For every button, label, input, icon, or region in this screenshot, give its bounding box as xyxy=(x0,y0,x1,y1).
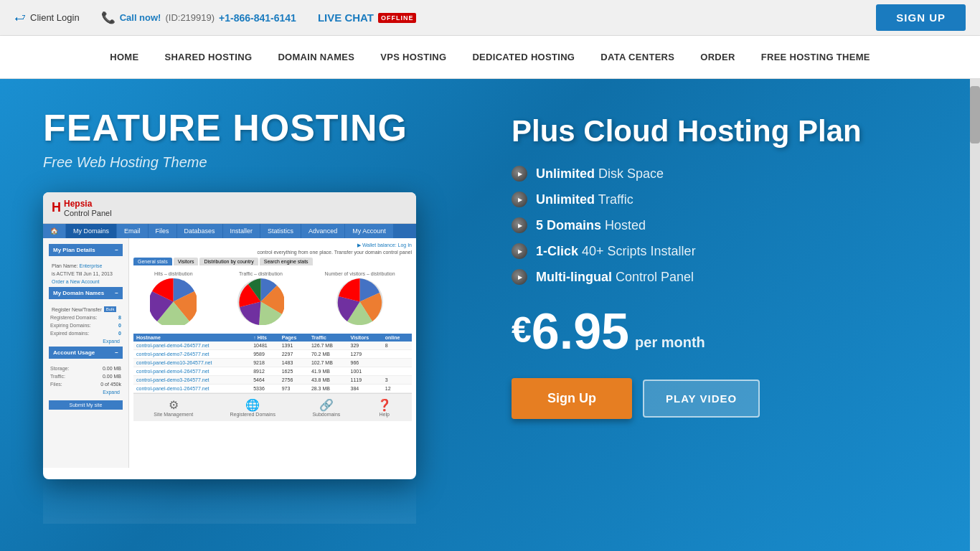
panel-domains-content: Register New/Transfer Bulk Registered Do… xyxy=(49,303,123,347)
traffic-value: 0.00 MB xyxy=(103,374,121,379)
chart-hits: Hits – distribution xyxy=(150,271,197,328)
storage-row: Storage: 0.00 MB xyxy=(50,364,121,372)
plan-active: is ACTIVE Till Jun 11, 2013 xyxy=(50,270,121,278)
nav-shared-hosting[interactable]: SHARED HOSTING xyxy=(151,36,265,78)
manage-domain-link: control everything from one place. Trans… xyxy=(133,250,412,255)
col-visitors: Visitors xyxy=(348,334,382,342)
tab-visitors[interactable]: Visitors xyxy=(174,258,199,265)
footer-site-management[interactable]: ⚙ Site Management xyxy=(154,398,193,417)
scrollbar-thumb[interactable] xyxy=(970,86,980,143)
hostname-link[interactable]: control-panel-demo4-264577.net xyxy=(136,343,209,348)
scrollbar[interactable] xyxy=(970,79,980,551)
col-online: online xyxy=(382,334,412,342)
chart-hits-label: Hits – distribution xyxy=(150,271,197,276)
panel-header: H Hepsia Control Panel xyxy=(43,192,416,224)
storage-label: Storage: xyxy=(50,366,69,371)
feature-bold-5: Multi-lingual xyxy=(536,270,612,284)
traffic-row: Traffic: 0.00 MB xyxy=(50,372,121,380)
expand-usage[interactable]: Expand xyxy=(50,388,121,396)
panel-nav-email[interactable]: Email xyxy=(117,224,148,238)
hostname-link[interactable]: control-panel-demo10-264577.net xyxy=(136,360,212,365)
tab-distribution[interactable]: Distribution by country xyxy=(199,258,258,265)
panel-usage-content: Storage: 0.00 MB Traffic: 0.00 MB Files:… xyxy=(49,363,123,397)
panel-usage-section: Account Usage − xyxy=(49,347,123,359)
control-panel-preview: H Hepsia Control Panel 🏠 My Domains Emai… xyxy=(43,192,416,524)
footer-help[interactable]: ❓ Help xyxy=(377,398,392,417)
feature-multilingual: Multi-lingual Control Panel xyxy=(512,269,937,285)
footer-subdomains-label: Subdomains xyxy=(312,412,340,417)
price-amount: 6.95 xyxy=(532,306,629,357)
hostname-link[interactable]: control-panel-demo4-264577.net xyxy=(136,369,209,374)
nav-home[interactable]: HOME xyxy=(97,36,151,78)
call-id: (ID:219919) xyxy=(165,12,215,23)
plan-name: Enterprise xyxy=(80,263,103,268)
feature-bold-2: Unlimited xyxy=(536,192,595,207)
panel-nav-files[interactable]: Files xyxy=(149,224,176,238)
table-row: control-panel-demo4-264577.net1048113911… xyxy=(133,342,412,350)
hostname-link[interactable]: control-panel-demo3-264577.net xyxy=(136,377,209,382)
footer-registered-domains-label: Registered Domains xyxy=(230,412,275,417)
footer-registered-domains[interactable]: 🌐 Registered Domains xyxy=(230,398,275,417)
table-row: control-panel-demo4-264577.net8912162541… xyxy=(133,367,412,376)
panel-sidebar: My Plan Details − Plan Name: Enterprise … xyxy=(43,238,129,468)
live-chat-wrap[interactable]: LIVE CHAT OFFLINE xyxy=(318,11,417,24)
hero-signup-button[interactable]: Sign Up xyxy=(512,378,632,419)
registered-domains-icon: 🌐 xyxy=(230,398,275,412)
feature-bold-4: 1-Click xyxy=(536,244,578,258)
nav-vps-hosting[interactable]: VPS HOSTING xyxy=(367,36,459,78)
chart-traffic-label: Traffic – distribution xyxy=(237,271,284,276)
nav-data-centers[interactable]: DATA CENTERS xyxy=(588,36,687,78)
panel-nav-mydomains[interactable]: My Domains xyxy=(66,224,116,238)
footer-subdomains[interactable]: 🔗 Subdomains xyxy=(312,398,340,417)
hero-right: Plus Cloud Hosting Plan Unlimited Disk S… xyxy=(468,108,937,551)
panel-logo: H Hepsia Control Panel xyxy=(52,198,112,217)
play-video-button[interactable]: PLAY VIDEO xyxy=(643,380,760,418)
client-login-label[interactable]: Client Login xyxy=(30,12,80,23)
feature-normal-4: 40+ Scripts Installer xyxy=(582,244,696,258)
chart-traffic: Traffic – distribution xyxy=(237,271,284,328)
panel-nav-advanced[interactable]: Advanced xyxy=(301,224,344,238)
panel-nav-myaccount[interactable]: My Account xyxy=(345,224,393,238)
price-display: € 6.95 per month xyxy=(512,306,937,357)
panel-nav-databases[interactable]: Databases xyxy=(177,224,222,238)
plan-title: Plus Cloud Hosting Plan xyxy=(512,115,937,148)
manage-link[interactable]: ▶ Wallet balance: Log In xyxy=(133,242,412,248)
expand-domains[interactable]: Expand xyxy=(50,337,121,345)
cta-buttons: Sign Up PLAY VIDEO xyxy=(512,378,937,419)
col-hostname: Hostname xyxy=(133,334,250,342)
tab-general-stats[interactable]: General stats xyxy=(133,258,172,265)
hostname-link[interactable]: control-panel-demo1-264577.net xyxy=(136,386,209,391)
hostname-link[interactable]: control-panel-demo7-264577.net xyxy=(136,352,209,357)
price-section: € 6.95 per month xyxy=(512,306,937,357)
expiring-domains-row: Expiring Domains: 0 xyxy=(50,321,121,329)
expired-domains-row: Expired domains: 0 xyxy=(50,329,121,337)
register-label: Register New/Transfer xyxy=(52,307,102,312)
files-row: Files: 0 of 450k xyxy=(50,380,121,388)
order-new-link[interactable]: Order a New Account xyxy=(50,278,121,286)
panel-body: My Plan Details − Plan Name: Enterprise … xyxy=(43,238,416,468)
nav-dedicated-hosting[interactable]: DEDICATED HOSTING xyxy=(459,36,588,78)
table-row: control-panel-demo10-264577.net921814831… xyxy=(133,359,412,367)
tab-search-engine[interactable]: Search engine stats xyxy=(260,258,313,265)
bulk-button[interactable]: Bulk xyxy=(104,306,117,312)
panel-main: ▶ Wallet balance: Log In control everyth… xyxy=(129,238,416,468)
hero-content: FEATURE HOSTING Free Web Hosting Theme H… xyxy=(0,79,980,551)
client-login-item[interactable]: ⮐ Client Login xyxy=(14,11,80,24)
files-label: Files: xyxy=(50,382,62,387)
panel-nav-statistics[interactable]: Statistics xyxy=(260,224,301,238)
panel-nav-installer[interactable]: Installer xyxy=(223,224,260,238)
call-number: +1-866-841-6141 xyxy=(219,12,296,24)
bullet-multilingual xyxy=(512,269,527,285)
feature-normal-1: Disk Space xyxy=(598,166,664,181)
expiring-value: 0 xyxy=(118,323,121,328)
stats-table: Hostname ↑ Hits Pages Traffic Visitors o… xyxy=(133,334,412,393)
panel-nav-home[interactable]: 🏠 xyxy=(43,224,65,238)
bullet-traffic xyxy=(512,192,527,207)
submit-site-btn[interactable]: Submit My site xyxy=(49,400,123,410)
panel-domains-section: My Domain Names − xyxy=(49,287,123,299)
nav-order[interactable]: ORDER xyxy=(687,36,748,78)
nav-domain-names[interactable]: DOMAIN NAMES xyxy=(265,36,367,78)
signup-button[interactable]: SIGN UP xyxy=(876,4,966,31)
nav-free-hosting-theme[interactable]: FREE HOSTING THEME xyxy=(748,36,883,78)
col-hits: ↑ Hits xyxy=(250,334,279,342)
